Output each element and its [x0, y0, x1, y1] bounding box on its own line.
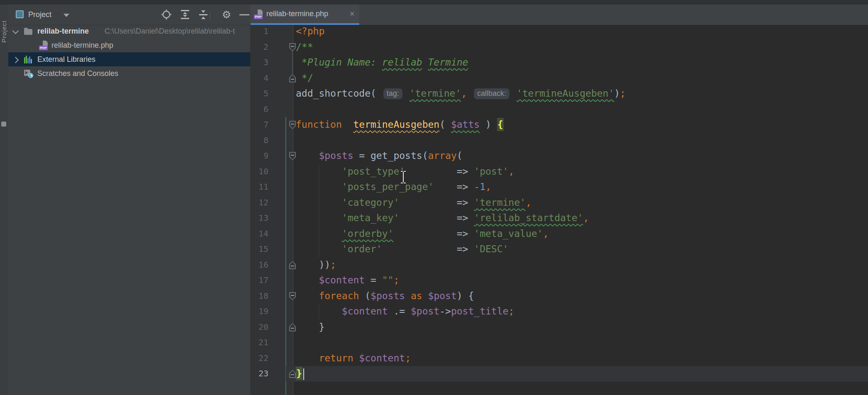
fold-collapse-marker-icon[interactable] — [289, 261, 296, 269]
code-token — [296, 228, 342, 239]
collapse-all-button[interactable] — [198, 9, 210, 21]
code-line-23[interactable]: 23} — [250, 366, 868, 382]
code-token: => — [434, 181, 474, 192]
code-text: foreach ($posts as $post) { — [296, 288, 474, 304]
code-line-16[interactable]: 16 )); — [250, 257, 868, 273]
code-text: } — [296, 319, 324, 335]
hide-panel-button[interactable]: — — [239, 9, 250, 21]
code-token: 'orderby' — [342, 228, 394, 239]
code-token: */ — [296, 73, 313, 83]
code-token: 'relilab_startdate' — [474, 212, 583, 223]
line-number: 20 — [250, 319, 268, 335]
code-line-4[interactable]: 4 */ — [250, 71, 868, 86]
code-token: *Plugin Name: — [296, 57, 382, 68]
code-line-12[interactable]: 12 'category' => 'termine', — [250, 195, 868, 211]
text-caret — [303, 368, 304, 380]
code-text: function termineAusgeben( $atts ) { — [296, 117, 504, 133]
code-token — [296, 244, 342, 254]
code-text: $posts = get_posts(array( — [296, 148, 463, 164]
line-number: 9 — [250, 148, 268, 164]
code-line-8[interactable]: 8 — [250, 133, 868, 149]
chevron-down-icon[interactable] — [63, 14, 69, 17]
code-token: ( — [359, 290, 371, 301]
code-line-11[interactable]: 11 'posts_per_page' => -1, — [250, 179, 868, 195]
code-token: "" — [382, 275, 394, 285]
chevron-expanded-icon[interactable] — [12, 28, 19, 34]
scratches-label: Scratches and Consoles — [37, 66, 118, 80]
project-panel-title[interactable]: Project — [28, 5, 51, 25]
code-token: )) — [296, 259, 330, 270]
code-line-13[interactable]: 13 'meta_key' => 'relilab_startdate', — [250, 210, 868, 226]
line-number: 5 — [250, 86, 268, 102]
code-text: add_shortcode( tag: 'termine', callback:… — [296, 86, 626, 102]
code-token — [404, 88, 410, 99]
code-token: ; — [508, 306, 514, 317]
code-token: = — [365, 275, 382, 285]
tree-item-php-file[interactable]: PHP relilab-termine.php — [8, 38, 250, 52]
project-root-path: C:\Users\Daniel\Desktop\relilab\relilab-… — [105, 24, 235, 38]
code-text: /** — [296, 39, 313, 55]
project-view-icon — [16, 10, 24, 18]
tab-relilab-termine[interactable]: PHP relilab-termine.php ✕ — [251, 5, 359, 25]
project-stripe-button[interactable]: Project — [0, 20, 8, 43]
line-number: 18 — [250, 288, 268, 304]
code-line-2[interactable]: 2/** — [250, 39, 868, 55]
code-line-19[interactable]: 19 $content .= $post->post_title; — [250, 304, 868, 319]
code-line-1[interactable]: 1<?php — [250, 25, 868, 39]
tree-item-scratches[interactable]: Scratches and Consoles — [8, 66, 250, 80]
tab-close-icon[interactable]: ✕ — [349, 5, 355, 23]
code-line-7[interactable]: 7function termineAusgeben( $atts ) { — [250, 117, 868, 133]
fold-expand-marker-icon[interactable] — [289, 121, 296, 129]
code-line-22[interactable]: 22 return $content; — [250, 351, 868, 366]
code-token: => — [399, 197, 474, 208]
window-top-strip — [0, 0, 868, 5]
fold-expand-marker-icon[interactable] — [289, 292, 296, 300]
code-text: 'order' => 'DESC' — [296, 241, 508, 257]
fold-expand-marker-icon[interactable] — [289, 152, 296, 160]
code-line-10[interactable]: 10 'post_type' => 'post', — [250, 164, 868, 180]
code-text: $content = ""; — [296, 273, 399, 288]
code-token: 'order' — [342, 244, 382, 254]
line-number: 15 — [250, 241, 268, 257]
code-token: 'termine' — [474, 197, 526, 208]
line-number: 2 — [250, 39, 268, 55]
external-libraries-label: External Libraries — [37, 52, 95, 66]
code-editor[interactable]: 1<?php2/**3 *Plugin Name: relilab Termin… — [250, 25, 868, 395]
fold-collapse-marker-icon[interactable] — [289, 323, 296, 332]
expand-all-button[interactable] — [180, 9, 191, 21]
code-text: 'posts_per_page' => -1, — [296, 179, 491, 195]
code-line-15[interactable]: 15 'order' => 'DESC' — [250, 241, 868, 257]
line-number: 16 — [250, 257, 268, 273]
ide-window: Project Project ⚙ — relilab-termine — [0, 0, 868, 395]
code-token: 'termineAusgeben' — [517, 88, 614, 99]
code-text: $content .= $post->post_title; — [296, 304, 514, 319]
code-token: 'post' — [474, 166, 508, 177]
locate-file-button[interactable] — [161, 9, 173, 21]
tab-title: relilab-termine.php — [266, 5, 328, 23]
code-line-6[interactable]: 6 — [250, 102, 868, 117]
code-line-3[interactable]: 3 *Plugin Name: relilab Termine — [250, 55, 868, 71]
fold-collapse-marker-icon[interactable] — [289, 370, 296, 378]
code-line-21[interactable]: 21 — [250, 335, 868, 351]
fold-collapse-marker-icon[interactable] — [289, 74, 296, 83]
tree-item-external-libraries[interactable]: External Libraries — [8, 52, 250, 66]
code-token: relilab — [382, 57, 422, 68]
fold-expand-marker-icon[interactable] — [289, 43, 296, 51]
code-line-5[interactable]: 5add_shortcode( tag: 'termine', callback… — [250, 86, 868, 102]
code-line-18[interactable]: 18 foreach ($posts as $post) { — [250, 288, 868, 304]
settings-gear-icon[interactable]: ⚙ — [221, 9, 232, 21]
project-panel-header: Project ⚙ — — [8, 5, 250, 25]
code-token — [296, 212, 342, 223]
code-token — [296, 353, 319, 363]
code-line-14[interactable]: 14 'orderby' => 'meta_value', — [250, 226, 868, 242]
code-line-20[interactable]: 20 } — [250, 319, 868, 335]
code-token: $content — [359, 353, 405, 363]
chevron-collapsed-icon[interactable] — [12, 57, 19, 63]
code-line-9[interactable]: 9 $posts = get_posts(array( — [250, 148, 868, 164]
line-number: 22 — [250, 351, 268, 366]
code-line-17[interactable]: 17 $content = ""; — [250, 273, 868, 288]
tree-item-project-root[interactable]: relilab-termine C:\Users\Daniel\Desktop\… — [8, 24, 250, 38]
code-token — [296, 290, 319, 301]
code-token — [422, 290, 428, 301]
code-token: <?php — [296, 26, 324, 37]
